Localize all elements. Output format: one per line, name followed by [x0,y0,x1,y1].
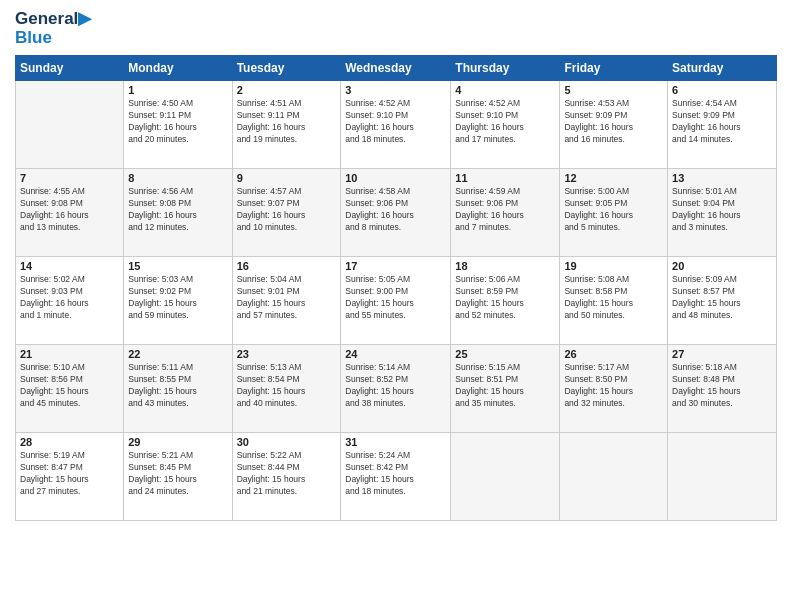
day-number: 19 [564,260,663,272]
calendar-week-row: 1Sunrise: 4:50 AM Sunset: 9:11 PM Daylig… [16,81,777,169]
day-number: 22 [128,348,227,360]
calendar-cell [560,433,668,521]
calendar-cell: 2Sunrise: 4:51 AM Sunset: 9:11 PM Daylig… [232,81,341,169]
day-number: 13 [672,172,772,184]
day-number: 2 [237,84,337,96]
day-info: Sunrise: 5:11 AM Sunset: 8:55 PM Dayligh… [128,362,227,410]
day-number: 27 [672,348,772,360]
day-info: Sunrise: 4:56 AM Sunset: 9:08 PM Dayligh… [128,186,227,234]
calendar-cell: 3Sunrise: 4:52 AM Sunset: 9:10 PM Daylig… [341,81,451,169]
calendar-table: SundayMondayTuesdayWednesdayThursdayFrid… [15,55,777,521]
calendar-page: General▶ Blue SundayMondayTuesdayWednesd… [0,0,792,612]
day-info: Sunrise: 5:01 AM Sunset: 9:04 PM Dayligh… [672,186,772,234]
weekday-header: Monday [124,56,232,81]
calendar-cell [451,433,560,521]
day-info: Sunrise: 5:04 AM Sunset: 9:01 PM Dayligh… [237,274,337,322]
day-info: Sunrise: 5:03 AM Sunset: 9:02 PM Dayligh… [128,274,227,322]
weekday-header: Saturday [668,56,777,81]
calendar-cell: 16Sunrise: 5:04 AM Sunset: 9:01 PM Dayli… [232,257,341,345]
calendar-week-row: 7Sunrise: 4:55 AM Sunset: 9:08 PM Daylig… [16,169,777,257]
logo-text: General▶ Blue [15,10,91,47]
day-info: Sunrise: 5:10 AM Sunset: 8:56 PM Dayligh… [20,362,119,410]
day-number: 16 [237,260,337,272]
weekday-header: Tuesday [232,56,341,81]
day-number: 9 [237,172,337,184]
day-number: 5 [564,84,663,96]
day-number: 23 [237,348,337,360]
day-info: Sunrise: 5:13 AM Sunset: 8:54 PM Dayligh… [237,362,337,410]
day-number: 8 [128,172,227,184]
calendar-cell: 5Sunrise: 4:53 AM Sunset: 9:09 PM Daylig… [560,81,668,169]
day-info: Sunrise: 4:51 AM Sunset: 9:11 PM Dayligh… [237,98,337,146]
calendar-cell: 30Sunrise: 5:22 AM Sunset: 8:44 PM Dayli… [232,433,341,521]
weekday-header: Sunday [16,56,124,81]
day-number: 17 [345,260,446,272]
calendar-cell: 29Sunrise: 5:21 AM Sunset: 8:45 PM Dayli… [124,433,232,521]
calendar-cell: 4Sunrise: 4:52 AM Sunset: 9:10 PM Daylig… [451,81,560,169]
calendar-cell: 1Sunrise: 4:50 AM Sunset: 9:11 PM Daylig… [124,81,232,169]
day-info: Sunrise: 4:52 AM Sunset: 9:10 PM Dayligh… [455,98,555,146]
weekday-header-row: SundayMondayTuesdayWednesdayThursdayFrid… [16,56,777,81]
day-number: 21 [20,348,119,360]
calendar-cell: 10Sunrise: 4:58 AM Sunset: 9:06 PM Dayli… [341,169,451,257]
calendar-cell: 20Sunrise: 5:09 AM Sunset: 8:57 PM Dayli… [668,257,777,345]
day-number: 14 [20,260,119,272]
weekday-header: Wednesday [341,56,451,81]
calendar-cell: 18Sunrise: 5:06 AM Sunset: 8:59 PM Dayli… [451,257,560,345]
calendar-week-row: 28Sunrise: 5:19 AM Sunset: 8:47 PM Dayli… [16,433,777,521]
calendar-cell: 26Sunrise: 5:17 AM Sunset: 8:50 PM Dayli… [560,345,668,433]
day-info: Sunrise: 5:09 AM Sunset: 8:57 PM Dayligh… [672,274,772,322]
calendar-cell: 14Sunrise: 5:02 AM Sunset: 9:03 PM Dayli… [16,257,124,345]
day-info: Sunrise: 4:55 AM Sunset: 9:08 PM Dayligh… [20,186,119,234]
day-info: Sunrise: 5:00 AM Sunset: 9:05 PM Dayligh… [564,186,663,234]
calendar-cell [16,81,124,169]
calendar-cell: 7Sunrise: 4:55 AM Sunset: 9:08 PM Daylig… [16,169,124,257]
day-number: 3 [345,84,446,96]
day-number: 25 [455,348,555,360]
calendar-cell: 24Sunrise: 5:14 AM Sunset: 8:52 PM Dayli… [341,345,451,433]
day-number: 7 [20,172,119,184]
calendar-cell: 8Sunrise: 4:56 AM Sunset: 9:08 PM Daylig… [124,169,232,257]
calendar-cell [668,433,777,521]
calendar-cell: 11Sunrise: 4:59 AM Sunset: 9:06 PM Dayli… [451,169,560,257]
calendar-cell: 31Sunrise: 5:24 AM Sunset: 8:42 PM Dayli… [341,433,451,521]
day-number: 28 [20,436,119,448]
day-number: 12 [564,172,663,184]
day-info: Sunrise: 5:02 AM Sunset: 9:03 PM Dayligh… [20,274,119,322]
calendar-cell: 23Sunrise: 5:13 AM Sunset: 8:54 PM Dayli… [232,345,341,433]
day-number: 18 [455,260,555,272]
calendar-cell: 6Sunrise: 4:54 AM Sunset: 9:09 PM Daylig… [668,81,777,169]
calendar-cell: 13Sunrise: 5:01 AM Sunset: 9:04 PM Dayli… [668,169,777,257]
calendar-cell: 15Sunrise: 5:03 AM Sunset: 9:02 PM Dayli… [124,257,232,345]
day-info: Sunrise: 4:57 AM Sunset: 9:07 PM Dayligh… [237,186,337,234]
day-info: Sunrise: 5:08 AM Sunset: 8:58 PM Dayligh… [564,274,663,322]
day-info: Sunrise: 5:14 AM Sunset: 8:52 PM Dayligh… [345,362,446,410]
day-info: Sunrise: 4:54 AM Sunset: 9:09 PM Dayligh… [672,98,772,146]
calendar-cell: 12Sunrise: 5:00 AM Sunset: 9:05 PM Dayli… [560,169,668,257]
calendar-cell: 19Sunrise: 5:08 AM Sunset: 8:58 PM Dayli… [560,257,668,345]
calendar-cell: 17Sunrise: 5:05 AM Sunset: 9:00 PM Dayli… [341,257,451,345]
day-number: 4 [455,84,555,96]
day-number: 6 [672,84,772,96]
day-info: Sunrise: 5:06 AM Sunset: 8:59 PM Dayligh… [455,274,555,322]
day-number: 30 [237,436,337,448]
day-info: Sunrise: 4:52 AM Sunset: 9:10 PM Dayligh… [345,98,446,146]
day-number: 15 [128,260,227,272]
day-info: Sunrise: 5:21 AM Sunset: 8:45 PM Dayligh… [128,450,227,498]
day-number: 29 [128,436,227,448]
day-info: Sunrise: 5:19 AM Sunset: 8:47 PM Dayligh… [20,450,119,498]
calendar-cell: 9Sunrise: 4:57 AM Sunset: 9:07 PM Daylig… [232,169,341,257]
calendar-cell: 27Sunrise: 5:18 AM Sunset: 8:48 PM Dayli… [668,345,777,433]
day-info: Sunrise: 4:58 AM Sunset: 9:06 PM Dayligh… [345,186,446,234]
calendar-cell: 25Sunrise: 5:15 AM Sunset: 8:51 PM Dayli… [451,345,560,433]
calendar-cell: 21Sunrise: 5:10 AM Sunset: 8:56 PM Dayli… [16,345,124,433]
day-number: 31 [345,436,446,448]
day-number: 10 [345,172,446,184]
day-info: Sunrise: 5:15 AM Sunset: 8:51 PM Dayligh… [455,362,555,410]
day-info: Sunrise: 5:05 AM Sunset: 9:00 PM Dayligh… [345,274,446,322]
day-number: 1 [128,84,227,96]
day-number: 24 [345,348,446,360]
header: General▶ Blue [15,10,777,47]
day-info: Sunrise: 5:24 AM Sunset: 8:42 PM Dayligh… [345,450,446,498]
day-info: Sunrise: 5:17 AM Sunset: 8:50 PM Dayligh… [564,362,663,410]
